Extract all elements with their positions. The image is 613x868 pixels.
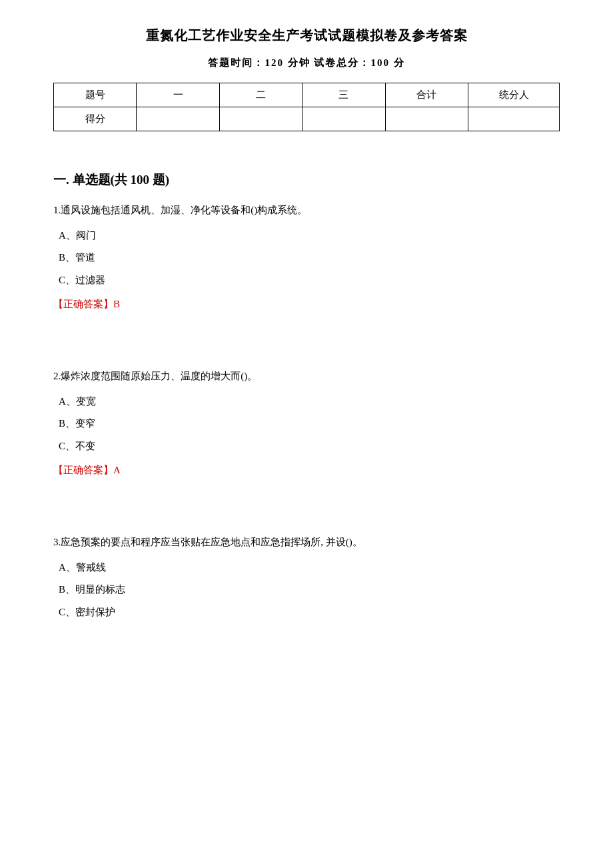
option-3c: C、密封保护 bbox=[59, 604, 560, 621]
score-cell-scorer bbox=[468, 107, 560, 131]
answer-bracket-1: 【正确答案】 bbox=[53, 299, 113, 309]
option-2b: B、变窄 bbox=[59, 415, 560, 433]
question-block-3: 3.应急预案的要点和程序应当张贴在应急地点和应急指挥场所, 并设()。 A、警戒… bbox=[53, 534, 560, 621]
col-header-tihao: 题号 bbox=[54, 83, 137, 107]
question-text-3: 3.应急预案的要点和程序应当张贴在应急地点和应急指挥场所, 并设()。 bbox=[53, 534, 560, 551]
question-text-1: 1.通风设施包括通风机、加湿、净化等设备和()构成系统。 bbox=[53, 202, 560, 219]
option-3a: A、警戒线 bbox=[59, 559, 560, 577]
option-1b: B、管道 bbox=[59, 249, 560, 267]
option-2a: A、变宽 bbox=[59, 393, 560, 411]
option-3b: B、明显的标志 bbox=[59, 581, 560, 599]
col-header-3: 三 bbox=[303, 83, 385, 107]
answer-value-1: B bbox=[113, 299, 120, 309]
option-2c: C、不变 bbox=[59, 438, 560, 455]
question-block-1: 1.通风设施包括通风机、加湿、净化等设备和()构成系统。 A、阀门 B、管道 C… bbox=[53, 202, 560, 311]
score-table: 题号 一 二 三 合计 统分人 得分 bbox=[53, 83, 560, 131]
table-score-row: 得分 bbox=[54, 107, 560, 131]
subtitle: 答题时间：120 分钟 试卷总分：100 分 bbox=[53, 57, 560, 69]
col-header-total: 合计 bbox=[385, 83, 468, 107]
answer-1: 【正确答案】B bbox=[53, 298, 560, 311]
table-header-row: 题号 一 二 三 合计 统分人 bbox=[54, 83, 560, 107]
question-block-2: 2.爆炸浓度范围随原始压力、温度的增大而()。 A、变宽 B、变窄 C、不变 【… bbox=[53, 368, 560, 477]
score-cell-total bbox=[385, 107, 468, 131]
question-text-2: 2.爆炸浓度范围随原始压力、温度的增大而()。 bbox=[53, 368, 560, 385]
col-header-scorer: 统分人 bbox=[468, 83, 560, 107]
score-cell-3 bbox=[303, 107, 385, 131]
option-1a: A、阀门 bbox=[59, 227, 560, 245]
score-cell-2 bbox=[219, 107, 302, 131]
col-header-2: 二 bbox=[219, 83, 302, 107]
main-title: 重氮化工艺作业安全生产考试试题模拟卷及参考答案 bbox=[53, 27, 560, 45]
answer-bracket-2: 【正确答案】 bbox=[53, 465, 113, 475]
score-label: 得分 bbox=[54, 107, 137, 131]
option-1c: C、过滤器 bbox=[59, 272, 560, 289]
answer-2: 【正确答案】A bbox=[53, 464, 560, 477]
col-header-1: 一 bbox=[137, 83, 219, 107]
score-cell-1 bbox=[137, 107, 219, 131]
section1-title: 一. 单选题(共 100 题) bbox=[53, 171, 560, 189]
answer-value-2: A bbox=[113, 465, 121, 475]
